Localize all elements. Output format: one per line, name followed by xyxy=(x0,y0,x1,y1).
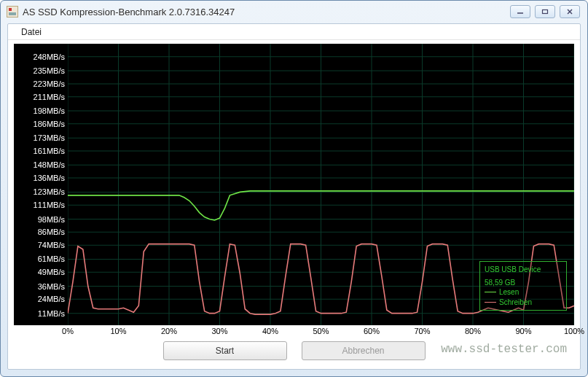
y-tick-label: 148MB/s xyxy=(34,160,65,169)
x-tick-label: 20% xyxy=(161,327,177,335)
legend-write-line xyxy=(485,302,496,303)
y-tick-label: 111MB/s xyxy=(34,201,65,209)
svg-rect-1 xyxy=(543,10,548,14)
y-tick-label: 186MB/s xyxy=(34,120,65,128)
legend-box: USB USB Device 58,59 GB Lesen Schreiben xyxy=(479,261,567,311)
x-tick-label: 70% xyxy=(414,327,430,335)
legend-write-label: Schreiben xyxy=(499,298,532,308)
y-tick-label: 11MB/s xyxy=(38,309,65,318)
y-tick-label: 98MB/s xyxy=(38,215,65,224)
content-pane: Datei 11MB/s24MB/s36MB/s49MB/s61MB/s74MB… xyxy=(7,23,581,370)
y-tick-label: 235MB/s xyxy=(34,66,65,75)
x-tick-label: 30% xyxy=(211,327,227,335)
y-tick-label: 61MB/s xyxy=(38,254,65,263)
y-tick-label: 248MB/s xyxy=(34,53,65,61)
plot-area: USB USB Device 58,59 GB Lesen Schreiben xyxy=(68,44,574,325)
x-tick-label: 40% xyxy=(262,327,278,335)
legend-read-line xyxy=(485,292,496,292)
maximize-button[interactable] xyxy=(535,5,555,18)
x-tick-label: 10% xyxy=(110,327,126,335)
x-tick-label: 0% xyxy=(62,327,74,335)
start-button[interactable]: Start xyxy=(163,341,287,360)
x-tick-label: 100% xyxy=(564,327,584,335)
legend-read-label: Lesen xyxy=(499,287,519,298)
chart-area: 11MB/s24MB/s36MB/s49MB/s61MB/s74MB/s86MB… xyxy=(8,41,580,338)
y-tick-label: 123MB/s xyxy=(34,187,65,196)
close-button[interactable] xyxy=(560,5,580,18)
abort-button[interactable]: Abbrechen xyxy=(302,341,426,360)
y-tick-label: 74MB/s xyxy=(38,241,65,249)
window-title: AS SSD Kompression-Benchmark 2.0.7316.34… xyxy=(23,7,510,18)
menu-file[interactable]: Datei xyxy=(15,26,47,39)
y-axis-labels: 11MB/s24MB/s36MB/s49MB/s61MB/s74MB/s86MB… xyxy=(14,44,68,325)
y-tick-label: 136MB/s xyxy=(34,174,65,182)
legend-capacity: 58,59 GB xyxy=(485,278,562,288)
x-tick-label: 50% xyxy=(313,327,329,335)
y-tick-label: 36MB/s xyxy=(38,282,65,291)
legend-write: Schreiben xyxy=(485,298,562,308)
button-row: Start Abbrechen xyxy=(8,341,580,363)
window-controls xyxy=(510,5,580,18)
x-tick-label: 90% xyxy=(515,327,531,335)
legend-read: Lesen xyxy=(485,287,562,298)
y-tick-label: 24MB/s xyxy=(38,295,65,303)
app-icon xyxy=(7,6,18,18)
x-tick-label: 80% xyxy=(465,327,481,335)
y-tick-label: 49MB/s xyxy=(38,268,65,276)
y-tick-label: 86MB/s xyxy=(38,228,65,236)
y-tick-label: 173MB/s xyxy=(34,133,65,142)
titlebar: AS SSD Kompression-Benchmark 2.0.7316.34… xyxy=(1,1,587,23)
menubar: Datei xyxy=(8,24,580,40)
x-axis-labels: 0%10%20%30%40%50%60%70%80%90%100% xyxy=(68,327,574,337)
x-tick-label: 60% xyxy=(364,327,380,335)
legend-device: USB USB Device xyxy=(485,265,562,275)
y-tick-label: 161MB/s xyxy=(34,147,65,155)
app-window: AS SSD Kompression-Benchmark 2.0.7316.34… xyxy=(0,0,588,377)
y-tick-label: 211MB/s xyxy=(34,93,65,101)
y-tick-label: 198MB/s xyxy=(34,106,65,115)
minimize-button[interactable] xyxy=(510,5,530,18)
y-tick-label: 223MB/s xyxy=(34,79,65,88)
